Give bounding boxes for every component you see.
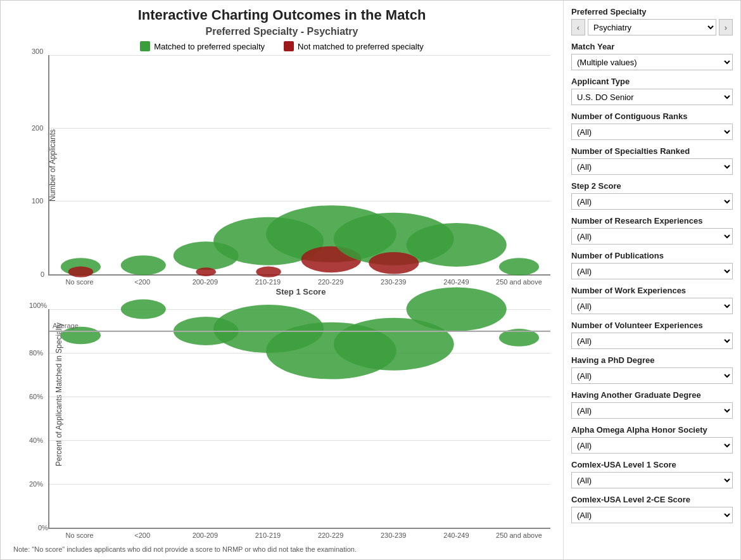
comlex-level1-label: Comlex-USA Level 1 Score [571,460,733,469]
sidebar-comlex-level1: Comlex-USA Level 1 Score (All) [571,460,733,488]
match-year-select[interactable]: (Multiple values) [571,54,733,70]
sidebar-contiguous-ranks: Number of Contiguous Ranks (All) [571,111,733,140]
x-label-250-bot: 250 and above [488,529,550,539]
note: Note: "No score" includes applicants who… [7,542,557,553]
sidebar-comlex-level2: Comlex-USA Level 2-CE Score (All) [571,495,733,523]
x-label-250-top: 250 and above [488,276,550,286]
y-tick-0: 0 [41,270,44,278]
svg-point-4 [196,267,216,276]
applicant-type-label: Applicant Type [571,77,733,86]
work-exp-label: Number of Work Experiences [571,286,733,295]
work-exp-select[interactable]: (All) [571,298,733,314]
x-label-210-bot: 210-219 [236,529,299,539]
y-tick-80pct: 80% [29,349,43,357]
x-label-noscore-bot: No score [48,529,111,539]
alpha-omega-label: Alpha Omega Alpha Honor Society [571,425,733,435]
comlex-level2-select[interactable]: (All) [571,507,733,523]
specialty-prev-btn[interactable]: ‹ [571,19,585,35]
y-tick-40pct: 40% [29,436,43,444]
grad-degree-select[interactable]: (All) [571,402,733,419]
sidebar-match-year: Match Year (Multiple values) [571,42,733,70]
page-title: Interactive Charting Outcomes in the Mat… [7,7,557,23]
y-tick-100: 100 [32,197,43,205]
sidebar-preferred-specialty: Preferred Specialty ‹ Psychiatry › [571,7,733,35]
y-tick-20pct: 20% [29,480,43,488]
legend-not-matched-label: Not matched to preferred specialty [298,42,424,51]
sidebar-volunteer-exp: Number of Volunteer Experiences (All) [571,321,733,349]
sidebar-specialties-ranked: Number of Specialties Ranked (All) [571,146,733,175]
legend-matched: Matched to preferred specialty [140,41,265,51]
sidebar-applicant-type: Applicant Type U.S. DO Senior [571,77,733,105]
svg-point-12 [499,258,539,276]
top-chart: 300 200 100 0 [48,55,550,276]
sidebar-grad-degree: Having Another Graduate Degree (All) [571,390,733,419]
y-tick-0pct: 0% [38,524,48,531]
research-exp-select[interactable]: (All) [571,228,733,245]
svg-point-20 [407,287,507,331]
preferred-specialty-select[interactable]: Psychiatry [588,19,716,35]
specialties-ranked-label: Number of Specialties Ranked [571,146,733,156]
volunteer-exp-select[interactable]: (All) [571,333,733,349]
avg-label: Average [53,322,79,329]
specialty-next-btn[interactable]: › [719,19,733,35]
x-label-200-bot: 200-209 [174,529,236,539]
legend-not-matched-dot [284,41,294,51]
x-label-230-top: 230-239 [362,276,425,286]
x-label-240-bot: 240-249 [425,529,488,539]
grad-degree-label: Having Another Graduate Degree [571,390,733,400]
svg-point-6 [256,266,281,277]
y-tick-300: 300 [32,48,43,55]
chart-subtitle: Preferred Specialty - Psychiatry [7,26,557,37]
top-chart-svg [49,55,550,274]
svg-point-15 [121,299,166,319]
legend: Matched to preferred specialty Not match… [7,41,557,51]
step2-score-select[interactable]: (All) [571,193,733,210]
y-tick-60pct: 60% [29,393,43,400]
avg-line: Average [49,331,550,332]
svg-point-1 [68,266,94,277]
x-label-lt200-top: <200 [111,276,174,286]
contiguous-ranks-label: Number of Contiguous Ranks [571,111,733,121]
bottom-chart-svg [49,309,550,528]
applicant-type-select[interactable]: U.S. DO Senior [571,89,733,105]
charts-area: Number of Applicants 300 200 100 0 No sc… [7,55,557,539]
x-label-240-top: 240-249 [425,276,488,286]
comlex-level1-select[interactable]: (All) [571,472,733,488]
bottom-chart: 100% 80% 60% 40% 20% 0% Average [48,309,550,530]
alpha-omega-select[interactable]: (All) [571,437,733,454]
bottom-x-labels: No score <200 200-209 210-219 220-229 23… [48,529,550,539]
specialties-ranked-select[interactable]: (All) [571,158,733,175]
research-exp-label: Number of Research Experiences [571,216,733,226]
svg-point-10 [369,252,419,274]
preferred-specialty-label: Preferred Specialty [571,7,733,16]
comlex-level2-label: Comlex-USA Level 2-CE Score [571,495,733,504]
preferred-specialty-row: ‹ Psychiatry › [571,19,733,35]
y-tick-100pct: 100% [29,302,47,309]
phd-degree-select[interactable]: (All) [571,367,733,384]
sidebar: Preferred Specialty ‹ Psychiatry › Match… [563,1,740,559]
x-label-220-top: 220-229 [300,276,362,286]
main-content: Interactive Charting Outcomes in the Mat… [1,1,563,559]
x-label-220-bot: 220-229 [300,529,362,539]
svg-point-2 [121,255,166,275]
sidebar-research-exp: Number of Research Experiences (All) [571,216,733,245]
phd-degree-label: Having a PhD Degree [571,355,733,365]
sidebar-publications: Number of Publications (All) [571,251,733,279]
publications-select[interactable]: (All) [571,263,733,279]
sidebar-alpha-omega: Alpha Omega Alpha Honor Society (All) [571,425,733,454]
publications-label: Number of Publications [571,251,733,260]
volunteer-exp-label: Number of Volunteer Experiences [571,321,733,330]
legend-not-matched: Not matched to preferred specialty [284,41,424,51]
legend-matched-dot [140,41,150,51]
contiguous-ranks-select[interactable]: (All) [571,124,733,140]
y-tick-200: 200 [32,124,43,132]
top-x-labels: No score <200 200-209 210-219 220-229 23… [48,276,550,286]
x-label-230-bot: 230-239 [362,529,425,539]
x-label-200-top: 200-209 [174,276,236,286]
legend-matched-label: Matched to preferred specialty [154,42,265,51]
x-label-lt200-bot: <200 [111,529,174,539]
sidebar-phd-degree: Having a PhD Degree (All) [571,355,733,384]
sidebar-step2-score: Step 2 Score (All) [571,181,733,210]
sidebar-work-exp: Number of Work Experiences (All) [571,286,733,314]
step2-score-label: Step 2 Score [571,181,733,191]
